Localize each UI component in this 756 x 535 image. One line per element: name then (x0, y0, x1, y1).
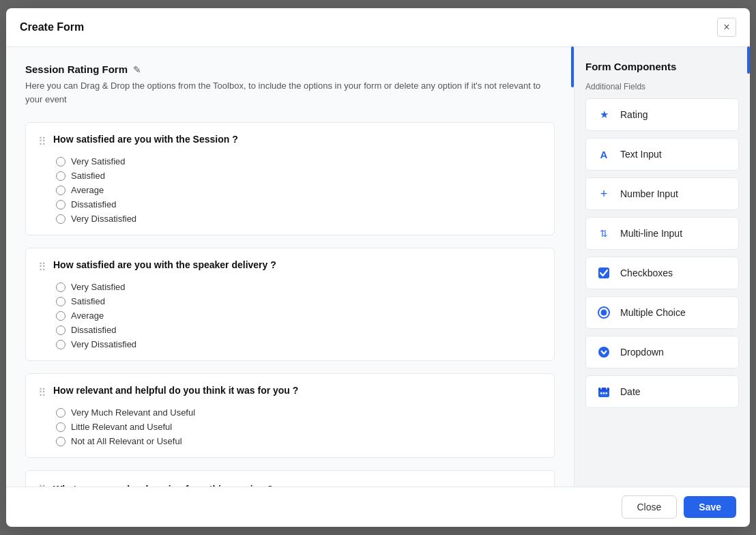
svg-point-2 (601, 310, 607, 316)
list-item: Not at All Relevant or Useful (56, 436, 542, 446)
option-label: Very Much Relevant and Useful (71, 407, 195, 418)
option-label: Dissatisfied (71, 325, 116, 335)
sidebar-section-label: Additional Fields (585, 82, 739, 91)
radio-option-3-1[interactable] (56, 408, 66, 418)
list-item: Average (56, 185, 542, 195)
edit-icon[interactable]: ✎ (133, 64, 141, 75)
option-label: Satisfied (71, 171, 105, 181)
radio-option-1-4[interactable] (56, 200, 66, 209)
star-icon: ★ (596, 106, 612, 123)
list-item: Very Satisfied (56, 282, 542, 292)
component-multiline-input[interactable]: ⇅ Multi-line Input (585, 217, 739, 250)
list-item: Satisfied (56, 296, 542, 306)
radio-option-2-4[interactable] (56, 326, 66, 335)
option-label: Very Satisfied (71, 282, 126, 292)
question-text-3: How relevant and helpful do you think it… (53, 385, 298, 396)
option-label: Not at All Relevant or Useful (71, 436, 182, 446)
options-list-2: Very Satisfied Satisfied Average Di (56, 282, 542, 349)
list-item: Very Much Relevant and Useful (56, 407, 542, 418)
option-label: Dissatisfied (71, 199, 116, 209)
scroll-indicator-left (571, 46, 574, 87)
option-label: Average (71, 185, 104, 195)
option-label: Very Dissatisfied (71, 214, 136, 224)
radio-option-2-3[interactable] (56, 311, 66, 321)
component-checkboxes[interactable]: Checkboxes (585, 257, 739, 289)
radio-option-2-5[interactable] (56, 340, 66, 349)
svg-rect-10 (606, 392, 608, 394)
component-label: Multiple Choice (620, 307, 686, 318)
radio-option-1-2[interactable] (56, 171, 66, 181)
list-item: Very Dissatisfied (56, 214, 542, 224)
multiline-icon: ⇅ (596, 225, 612, 242)
form-components-sidebar: Form Components Additional Fields ★ Rati… (574, 47, 750, 487)
list-item: Dissatisfied (56, 325, 542, 335)
radio-option-1-3[interactable] (56, 186, 66, 195)
scroll-indicator-right (747, 46, 750, 74)
radio-option-2-2[interactable] (56, 297, 66, 306)
question-header-2: ⠿ How satisfied are you with the speaker… (38, 259, 542, 274)
question-text-1: How satisfied are you with the Session ? (53, 134, 238, 145)
form-name-row: Session Rating Form ✎ (25, 63, 555, 75)
question-header-1: ⠿ How satisfied are you with the Session… (38, 134, 542, 148)
component-label: Checkboxes (620, 268, 673, 278)
component-dropdown[interactable]: Dropdown (585, 336, 739, 368)
option-label: Very Satisfied (71, 156, 126, 167)
question-header-3: ⠿ How relevant and helpful do you think … (38, 385, 542, 399)
radio-option-3-3[interactable] (56, 437, 66, 446)
question-block-4: ⠿ What were your key learning from this … (25, 470, 555, 487)
component-number-input[interactable]: + Number Input (585, 177, 739, 210)
options-list-1: Very Satisfied Satisfied Average Di (56, 156, 542, 224)
component-label: Number Input (620, 188, 678, 199)
component-multiple-choice[interactable]: Multiple Choice (585, 296, 739, 329)
modal-title: Create Form (20, 21, 84, 33)
drag-handle-2[interactable]: ⠿ (38, 261, 46, 274)
drag-handle-3[interactable]: ⠿ (38, 386, 46, 399)
list-item: Average (56, 310, 542, 321)
component-label: Date (620, 386, 641, 397)
form-description: Here you can Drag & Drop the options fro… (25, 79, 555, 106)
sidebar-title: Form Components (585, 61, 739, 72)
component-label: Multi-line Input (620, 228, 682, 239)
plus-icon: + (596, 186, 612, 202)
radio-icon (596, 304, 612, 321)
create-form-modal: Create Form × Session Rating Form ✎ Here… (6, 8, 750, 527)
option-label: Average (71, 310, 104, 321)
option-label: Very Dissatisfied (71, 339, 136, 349)
close-button[interactable]: Close (622, 495, 678, 519)
list-item: Satisfied (56, 171, 542, 181)
modal-footer: Close Save (6, 487, 750, 527)
component-label: Rating (620, 109, 648, 120)
options-list-3: Very Much Relevant and Useful Little Rel… (56, 407, 542, 446)
drag-handle-1[interactable]: ⠿ (38, 135, 46, 148)
svg-rect-9 (603, 392, 605, 394)
radio-option-1-1[interactable] (56, 157, 66, 167)
form-area: Session Rating Form ✎ Here you can Drag … (6, 47, 574, 487)
component-label: Dropdown (620, 347, 664, 358)
option-label: Little Relevant and Useful (71, 422, 172, 432)
form-name: Session Rating Form (25, 63, 128, 75)
component-text-input[interactable]: A Text Input (585, 138, 739, 171)
save-button[interactable]: Save (684, 496, 736, 518)
text-icon: A (596, 146, 612, 162)
dropdown-icon (596, 344, 612, 360)
component-date[interactable]: Date (585, 375, 739, 408)
list-item: Dissatisfied (56, 199, 542, 209)
component-rating[interactable]: ★ Rating (585, 98, 739, 131)
component-label: Text Input (620, 149, 662, 160)
radio-option-1-5[interactable] (56, 214, 66, 224)
checkbox-icon (596, 265, 612, 281)
svg-rect-8 (600, 392, 602, 394)
question-block-1: ⠿ How satisfied are you with the Session… (25, 122, 555, 235)
list-item: Very Satisfied (56, 156, 542, 167)
question-header-4: ⠿ What were your key learning from this … (38, 482, 542, 487)
radio-option-2-1[interactable] (56, 283, 66, 292)
question-block-2: ⠿ How satisfied are you with the speaker… (25, 248, 555, 361)
list-item: Little Relevant and Useful (56, 422, 542, 432)
radio-option-3-2[interactable] (56, 422, 66, 432)
modal-close-button[interactable]: × (717, 18, 736, 37)
modal-header: Create Form × (6, 8, 750, 47)
svg-point-3 (598, 347, 609, 358)
question-block-3: ⠿ How relevant and helpful do you think … (25, 373, 555, 458)
question-text-2: How satisfied are you with the speaker d… (53, 259, 276, 270)
option-label: Satisfied (71, 296, 105, 306)
